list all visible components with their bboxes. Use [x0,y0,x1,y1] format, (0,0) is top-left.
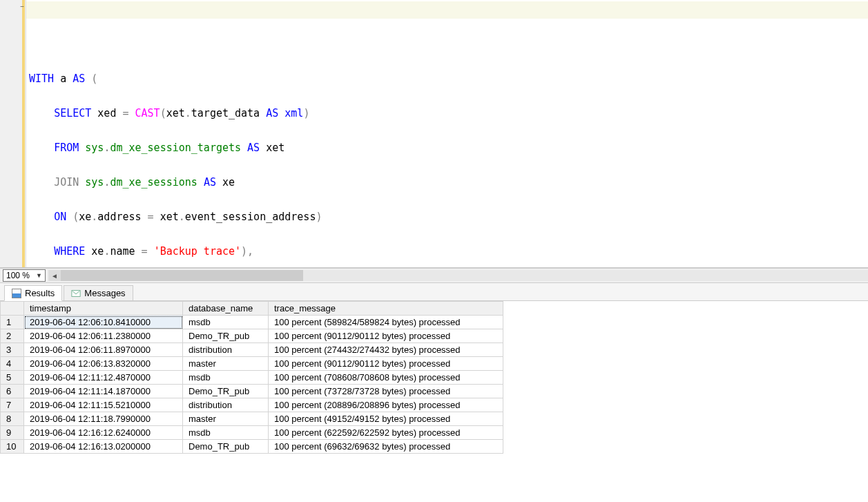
cell-msg[interactable]: 100 percent (69632/69632 bytes) processe… [269,440,503,454]
row-number[interactable]: 5 [1,371,24,385]
cell-dbname[interactable]: Demo_TR_pub [183,329,269,343]
cell-timestamp[interactable]: 2019-06-04 12:06:11.8970000 [24,343,183,357]
kw-from: FROM [54,142,79,154]
cell-msg[interactable]: 100 percent (708608/708608 bytes) proces… [269,371,503,385]
cell-dbname[interactable]: msdb [183,316,269,329]
row-number[interactable]: 1 [1,316,24,329]
table-row[interactable]: 52019-06-04 12:11:12.4870000msdb100 perc… [1,371,503,385]
row-number[interactable]: 8 [1,412,24,426]
alias: xe [222,176,235,189]
row-number[interactable]: 6 [1,385,24,398]
fold-collapse-icon[interactable]: − [20,3,24,10]
cell-dbname[interactable]: Demo_TR_pub [183,385,269,398]
editor-gutter: − [0,0,26,267]
kw-as: AS [73,73,85,85]
column-header-dbname[interactable]: database_name [183,302,269,316]
cell-timestamp[interactable]: 2019-06-04 12:06:10.8410000 [24,316,183,329]
cell-timestamp[interactable]: 2019-06-04 12:11:18.7990000 [24,412,183,426]
cell-msg[interactable]: 100 percent (90112/90112 bytes) processe… [269,357,503,371]
results-tabs: Results Messages [0,283,868,301]
cell-msg[interactable]: 100 percent (208896/208896 bytes) proces… [269,398,503,412]
string: 'Backup trace' [154,245,241,258]
table-row[interactable]: 22019-06-04 12:06:11.2380000Demo_TR_pub1… [1,329,503,343]
comma: , [247,245,253,258]
row-number[interactable]: 7 [1,398,24,412]
table: dm_xe_sessions [110,176,197,189]
zoom-dropdown[interactable]: 100 % ▼ [3,269,46,282]
table: dm_xe_session_targets [110,142,241,154]
cell-timestamp[interactable]: 2019-06-04 12:06:13.8320000 [24,357,183,371]
cell-timestamp[interactable]: 2019-06-04 12:16:13.0200000 [24,440,183,454]
dot: . [91,211,97,223]
tab-messages[interactable]: Messages [64,285,133,300]
op: = [142,245,148,258]
sql-editor-pane: − WITH a AS ( SELECT xed = CAST(xet.targ… [0,0,868,268]
table-row[interactable]: 32019-06-04 12:06:11.8970000distribution… [1,343,503,357]
row-number[interactable]: 3 [1,343,24,357]
schema: sys [85,176,104,189]
cell-msg[interactable]: 100 percent (589824/589824 bytes) proces… [269,316,503,329]
cell-dbname[interactable]: master [183,412,269,426]
row-number[interactable]: 4 [1,357,24,371]
kw-as: AS [266,107,278,119]
table-row[interactable]: 102019-06-04 12:16:13.0200000Demo_TR_pub… [1,440,503,454]
cell-dbname[interactable]: msdb [183,371,269,385]
cell-timestamp[interactable]: 2019-06-04 12:11:12.4870000 [24,371,183,385]
fn-cast: CAST [135,107,160,119]
ident: xet [166,107,185,119]
cell-dbname[interactable]: distribution [183,343,269,357]
cell-dbname[interactable]: distribution [183,398,269,412]
results-table: timestamp database_name trace_message 12… [0,301,503,454]
paren: ) [316,211,322,223]
paren: ) [303,107,309,119]
table-row[interactable]: 72019-06-04 12:11:15.5210000distribution… [1,398,503,412]
kw-as: AS [204,176,216,189]
alias: xet [266,142,284,154]
cell-msg[interactable]: 100 percent (90112/90112 bytes) processe… [269,329,503,343]
row-number[interactable]: 9 [1,426,24,440]
cell-timestamp[interactable]: 2019-06-04 12:16:12.6240000 [24,426,183,440]
paren: ( [73,211,79,223]
scrollbar-thumb[interactable] [61,270,303,281]
row-header-corner[interactable] [1,302,24,316]
cell-msg[interactable]: 100 percent (49152/49152 bytes) processe… [269,412,503,426]
horizontal-scrollbar[interactable] [61,270,868,281]
table-row[interactable]: 92019-06-04 12:16:12.6240000msdb100 perc… [1,426,503,440]
change-indicator [22,0,25,267]
cell-msg[interactable]: 100 percent (274432/274432 bytes) proces… [269,343,503,357]
scroll-left-icon[interactable]: ◄ [48,270,61,281]
row-number[interactable]: 2 [1,329,24,343]
ident: name [110,245,135,258]
zoom-value: 100 % [6,271,30,280]
cell-dbname[interactable]: msdb [183,426,269,440]
table-row[interactable]: 12019-06-04 12:06:10.8410000msdb100 perc… [1,316,503,329]
column-header-timestamp[interactable]: timestamp [24,302,183,316]
cell-timestamp[interactable]: 2019-06-04 12:06:11.2380000 [24,329,183,343]
paren: ( [160,107,166,119]
ident: xe [79,211,91,223]
dot: . [179,211,185,223]
cell-dbname[interactable]: Demo_TR_pub [183,440,269,454]
cell-timestamp[interactable]: 2019-06-04 12:11:14.1870000 [24,385,183,398]
current-line-highlight [26,1,868,19]
tab-results[interactable]: Results [4,285,62,301]
paren: ( [91,73,97,85]
cell-msg[interactable]: 100 percent (622592/622592 bytes) proces… [269,426,503,440]
ident: xet [160,211,179,223]
cell-msg[interactable]: 100 percent (73728/73728 bytes) processe… [269,385,503,398]
table-row[interactable]: 62019-06-04 12:11:14.1870000Demo_TR_pub1… [1,385,503,398]
kw-on: ON [54,211,66,223]
messages-icon [71,289,81,298]
table-row[interactable]: 42019-06-04 12:06:13.8320000master100 pe… [1,357,503,371]
table-row[interactable]: 82019-06-04 12:11:18.7990000master100 pe… [1,412,503,426]
row-number[interactable]: 10 [1,440,24,454]
paren: ) [241,245,247,258]
kw-as: AS [247,142,260,154]
tab-label: Messages [84,288,125,298]
ident: xe [91,245,104,258]
column-header-msg[interactable]: trace_message [269,302,503,316]
code-area[interactable]: WITH a AS ( SELECT xed = CAST(xet.target… [26,0,868,267]
cell-timestamp[interactable]: 2019-06-04 12:11:15.5210000 [24,398,183,412]
cell-dbname[interactable]: master [183,357,269,371]
results-grid[interactable]: timestamp database_name trace_message 12… [0,301,868,502]
